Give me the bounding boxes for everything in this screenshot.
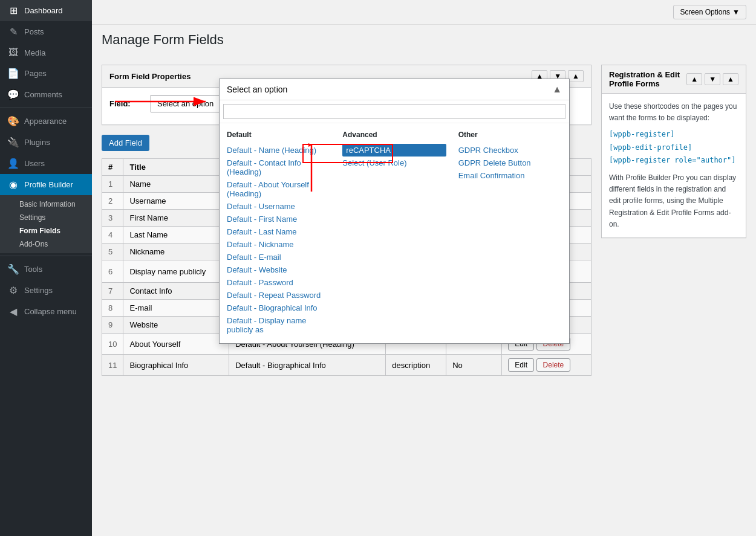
row-num: 8	[102, 300, 123, 317]
pages-icon: 📄	[7, 68, 19, 79]
profile-builder-icon: ◉	[7, 179, 19, 190]
card-toggle-button[interactable]: ▲	[568, 70, 584, 82]
screen-options-label: Screen Options	[680, 8, 730, 16]
row-num: 2	[102, 193, 123, 210]
add-field-button[interactable]: Add Field	[102, 135, 149, 151]
posts-icon: ✎	[7, 26, 19, 37]
form-field-properties-title: Form Field Properties	[109, 72, 191, 81]
sidebar-item-comments[interactable]: 💬 Comments	[0, 84, 92, 105]
dashboard-icon: ⊞	[7, 5, 19, 16]
dropdown-col-default: Default Default - Name (Heading) Default…	[227, 131, 330, 336]
dropdown-title: Select an option	[227, 85, 287, 94]
sidebar-sub-item-settings[interactable]: Settings	[12, 211, 92, 224]
right-panel-description: Use these shortcodes on the pages you wa…	[609, 101, 738, 124]
sidebar-item-users[interactable]: 👤 Users	[0, 153, 92, 174]
dropdown-option-default-username[interactable]: Default - Username	[227, 200, 330, 213]
select-placeholder: Select an option	[157, 99, 213, 108]
right-panel-up-btn[interactable]: ▲	[686, 73, 702, 85]
screen-options-button[interactable]: Screen Options ▼	[673, 5, 746, 19]
dropdown-header: Select an option ▲	[220, 79, 569, 100]
sidebar-item-settings-main[interactable]: ⚙ Settings	[0, 280, 92, 301]
collapse-icon: ◀	[7, 306, 19, 317]
plugins-icon: 🔌	[7, 137, 19, 148]
sidebar-sub-item-basic-info[interactable]: Basic Information	[12, 198, 92, 211]
row-num: 11	[102, 355, 123, 376]
sidebar-sub-item-form-fields[interactable]: Form Fields	[12, 224, 92, 237]
sidebar-item-profile-builder[interactable]: ◉ Profile Builder	[0, 174, 92, 195]
dropdown-option-default-repeat-password[interactable]: Default - Repeat Password	[227, 289, 330, 302]
screen-options-chevron-icon: ▼	[732, 8, 740, 16]
row-field: Default - Biographical Info	[229, 355, 386, 376]
dropdown-modal: Select an option ▲ Default Default - Nam…	[219, 79, 570, 344]
sidebar-sub-item-addons[interactable]: Add-Ons	[12, 237, 92, 251]
sidebar-item-pages[interactable]: 📄 Pages	[0, 63, 92, 84]
dropdown-close-button[interactable]: ▲	[552, 84, 562, 95]
dropdown-option-default-biographical-info[interactable]: Default - Biographical Info	[227, 302, 330, 314]
tools-icon: 🔧	[7, 263, 19, 275]
sidebar-item-appearance[interactable]: 🎨 Appearance	[0, 111, 92, 132]
dropdown-option-select-user-role[interactable]: Select (User Role)	[342, 157, 446, 169]
row-title: First Name	[123, 210, 229, 227]
right-panel-body: Use these shortcodes on the pages you wa…	[602, 94, 746, 237]
dropdown-option-default-last-name[interactable]: Default - Last Name	[227, 225, 330, 238]
dropdown-search-input[interactable]	[223, 104, 565, 119]
sidebar-item-plugins[interactable]: 🔌 Plugins	[0, 132, 92, 153]
right-panel: Registration & Edit Profile Forms ▲ ▼ ▲ …	[601, 65, 746, 526]
dropdown-col-advanced-title: Advanced	[342, 131, 446, 139]
sidebar-item-posts[interactable]: ✎ Posts	[0, 21, 92, 42]
row-required: No	[446, 355, 502, 376]
top-bar: Screen Options ▼	[92, 0, 756, 25]
dropdown-option-default-email[interactable]: Default - E-mail	[227, 251, 330, 263]
row-type: description	[386, 355, 446, 376]
col-header-num: #	[102, 159, 123, 176]
sidebar: ⊞ Dashboard ✎ Posts 🖼 Media 📄 Pages 💬 Co…	[0, 0, 92, 536]
row-num: 1	[102, 176, 123, 193]
dropdown-option-default-first-name[interactable]: Default - First Name	[227, 213, 330, 225]
dropdown-option-default-nickname[interactable]: Default - Nickname	[227, 238, 330, 251]
appearance-icon: 🎨	[7, 115, 19, 127]
dropdown-option-default-password[interactable]: Default - Password	[227, 276, 330, 289]
row-num: 7	[102, 283, 123, 300]
shortcode-edit-profile: [wppb-edit-profile]	[609, 142, 738, 153]
comments-icon: 💬	[7, 89, 19, 100]
dropdown-option-default-contact-info[interactable]: Default - Contact Info (Heading)	[227, 157, 330, 178]
sidebar-item-label: Settings	[24, 286, 53, 295]
row-title: Biographical Info	[123, 355, 229, 376]
sidebar-item-label: Users	[24, 159, 45, 168]
dropdown-option-recaptcha[interactable]: reCAPTCHA	[342, 144, 446, 157]
row-title: Name	[123, 176, 229, 193]
row-title: Username	[123, 193, 229, 210]
sidebar-item-label: Appearance	[24, 117, 67, 126]
row-title: Display name publicly	[123, 260, 229, 283]
dropdown-option-default-about-yourself[interactable]: Default - About Yourself (Heading)	[227, 178, 330, 200]
right-panel-down-btn[interactable]: ▼	[705, 73, 720, 85]
delete-button-row11[interactable]: Delete	[536, 358, 571, 372]
shortcode-register-author: [wppb-register role="author"]	[609, 155, 738, 166]
dropdown-option-email-confirmation[interactable]: Email Confirmation	[458, 169, 562, 182]
right-panel-header: Registration & Edit Profile Forms ▲ ▼ ▲	[602, 65, 746, 94]
row-title: E-mail	[123, 300, 229, 317]
sidebar-item-tools[interactable]: 🔧 Tools	[0, 259, 92, 280]
dropdown-option-gdpr-delete[interactable]: GDPR Delete Button	[458, 157, 562, 169]
sidebar-item-label: Collapse menu	[24, 307, 77, 316]
sidebar-item-label: Profile Builder	[24, 180, 73, 189]
sidebar-item-collapse[interactable]: ◀ Collapse menu	[0, 301, 92, 322]
row-num: 3	[102, 210, 123, 227]
dropdown-option-default-display-name[interactable]: Default - Display name publicly as	[227, 314, 330, 336]
sidebar-item-media[interactable]: 🖼 Media	[0, 42, 92, 63]
sidebar-divider-2	[0, 256, 92, 256]
edit-button-row11[interactable]: Edit	[508, 358, 534, 372]
dropdown-option-default-name-heading[interactable]: Default - Name (Heading)	[227, 144, 330, 157]
row-title: Last Name	[123, 227, 229, 244]
right-panel-title: Registration & Edit Profile Forms	[609, 70, 686, 88]
right-panel-toggle-btn[interactable]: ▲	[723, 73, 738, 85]
sidebar-item-label: Dashboard	[24, 6, 63, 15]
row-num: 10	[102, 334, 123, 355]
dropdown-option-default-website[interactable]: Default - Website	[227, 263, 330, 276]
sidebar-divider	[0, 108, 92, 108]
sidebar-item-dashboard[interactable]: ⊞ Dashboard	[0, 0, 92, 21]
dropdown-col-default-title: Default	[227, 131, 330, 139]
dropdown-columns: Default Default - Name (Heading) Default…	[220, 123, 569, 343]
dropdown-option-gdpr-checkbox[interactable]: GDPR Checkbox	[458, 144, 562, 157]
col-header-title: Title	[123, 159, 229, 176]
